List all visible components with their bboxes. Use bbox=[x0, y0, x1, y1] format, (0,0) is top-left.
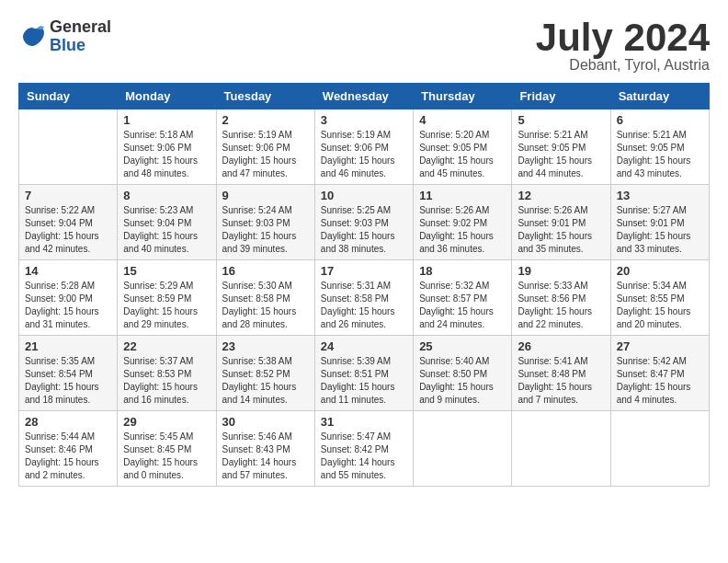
cell-info: Sunrise: 5:18 AMSunset: 9:06 PMDaylight:… bbox=[123, 129, 210, 180]
calendar-cell: 7Sunrise: 5:22 AMSunset: 9:04 PMDaylight… bbox=[19, 185, 118, 260]
cell-info: Sunrise: 5:34 AMSunset: 8:55 PMDaylight:… bbox=[617, 280, 703, 331]
calendar-cell: 25Sunrise: 5:40 AMSunset: 8:50 PMDayligh… bbox=[414, 336, 512, 411]
column-header-friday: Friday bbox=[512, 84, 610, 109]
cell-info: Sunrise: 5:45 AMSunset: 8:45 PMDaylight:… bbox=[123, 431, 210, 482]
cell-info: Sunrise: 5:35 AMSunset: 8:54 PMDaylight:… bbox=[25, 355, 111, 407]
calendar-cell: 4Sunrise: 5:20 AMSunset: 9:05 PMDaylight… bbox=[414, 109, 512, 185]
calendar-title: July 2024 bbox=[536, 18, 710, 57]
logo-text: General Blue bbox=[50, 18, 111, 55]
day-number: 8 bbox=[123, 189, 210, 202]
cell-info: Sunrise: 5:33 AMSunset: 8:56 PMDaylight:… bbox=[518, 280, 604, 331]
cell-info: Sunrise: 5:31 AMSunset: 8:58 PMDaylight:… bbox=[321, 280, 407, 331]
cell-info: Sunrise: 5:40 AMSunset: 8:50 PMDaylight:… bbox=[419, 355, 506, 407]
calendar-cell: 16Sunrise: 5:30 AMSunset: 8:58 PMDayligh… bbox=[216, 260, 314, 336]
calendar-week-row: 7Sunrise: 5:22 AMSunset: 9:04 PMDaylight… bbox=[19, 185, 710, 260]
calendar-cell: 24Sunrise: 5:39 AMSunset: 8:51 PMDayligh… bbox=[314, 336, 413, 411]
day-number: 2 bbox=[222, 113, 309, 127]
logo-blue: Blue bbox=[50, 37, 111, 55]
calendar-cell: 18Sunrise: 5:32 AMSunset: 8:57 PMDayligh… bbox=[414, 260, 512, 336]
cell-info: Sunrise: 5:29 AMSunset: 8:59 PMDaylight:… bbox=[123, 280, 210, 331]
calendar-cell: 21Sunrise: 5:35 AMSunset: 8:54 PMDayligh… bbox=[19, 336, 118, 411]
calendar-cell: 13Sunrise: 5:27 AMSunset: 9:01 PMDayligh… bbox=[610, 185, 709, 260]
cell-info: Sunrise: 5:20 AMSunset: 9:05 PMDaylight:… bbox=[419, 129, 506, 180]
calendar-cell: 27Sunrise: 5:42 AMSunset: 8:47 PMDayligh… bbox=[610, 336, 709, 411]
day-number: 21 bbox=[25, 339, 111, 353]
calendar-week-row: 21Sunrise: 5:35 AMSunset: 8:54 PMDayligh… bbox=[19, 336, 710, 411]
calendar-cell: 17Sunrise: 5:31 AMSunset: 8:58 PMDayligh… bbox=[314, 260, 413, 336]
calendar-cell bbox=[610, 411, 709, 487]
column-header-tuesday: Tuesday bbox=[216, 84, 314, 109]
day-number: 17 bbox=[321, 264, 407, 278]
title-block: July 2024 Debant, Tyrol, Austria bbox=[536, 18, 710, 74]
cell-info: Sunrise: 5:22 AMSunset: 9:04 PMDaylight:… bbox=[25, 204, 111, 256]
day-number: 9 bbox=[222, 189, 309, 202]
cell-info: Sunrise: 5:42 AMSunset: 8:47 PMDaylight:… bbox=[617, 355, 703, 407]
calendar-cell: 19Sunrise: 5:33 AMSunset: 8:56 PMDayligh… bbox=[512, 260, 610, 336]
cell-info: Sunrise: 5:27 AMSunset: 9:01 PMDaylight:… bbox=[617, 204, 703, 256]
calendar-cell bbox=[414, 411, 512, 487]
calendar-cell: 20Sunrise: 5:34 AMSunset: 8:55 PMDayligh… bbox=[610, 260, 709, 336]
calendar-cell: 22Sunrise: 5:37 AMSunset: 8:53 PMDayligh… bbox=[118, 336, 216, 411]
calendar-cell: 3Sunrise: 5:19 AMSunset: 9:06 PMDaylight… bbox=[314, 109, 413, 185]
cell-info: Sunrise: 5:41 AMSunset: 8:48 PMDaylight:… bbox=[518, 355, 604, 407]
day-number: 23 bbox=[222, 339, 309, 353]
cell-info: Sunrise: 5:19 AMSunset: 9:06 PMDaylight:… bbox=[321, 129, 407, 180]
day-number: 3 bbox=[321, 113, 407, 127]
calendar-cell: 1Sunrise: 5:18 AMSunset: 9:06 PMDaylight… bbox=[118, 109, 216, 185]
day-number: 20 bbox=[617, 264, 703, 278]
cell-info: Sunrise: 5:37 AMSunset: 8:53 PMDaylight:… bbox=[123, 355, 210, 407]
calendar-cell: 14Sunrise: 5:28 AMSunset: 9:00 PMDayligh… bbox=[19, 260, 118, 336]
day-number: 18 bbox=[419, 264, 506, 278]
page-header: General Blue July 2024 Debant, Tyrol, Au… bbox=[18, 18, 710, 74]
calendar-cell: 10Sunrise: 5:25 AMSunset: 9:03 PMDayligh… bbox=[314, 185, 413, 260]
cell-info: Sunrise: 5:26 AMSunset: 9:01 PMDaylight:… bbox=[518, 204, 604, 256]
cell-info: Sunrise: 5:21 AMSunset: 9:05 PMDaylight:… bbox=[518, 129, 604, 180]
day-number: 28 bbox=[25, 415, 111, 429]
column-header-monday: Monday bbox=[118, 84, 216, 109]
calendar-cell: 8Sunrise: 5:23 AMSunset: 9:04 PMDaylight… bbox=[118, 185, 216, 260]
day-number: 29 bbox=[123, 415, 210, 429]
day-number: 11 bbox=[419, 189, 506, 202]
calendar-week-row: 1Sunrise: 5:18 AMSunset: 9:06 PMDaylight… bbox=[19, 109, 710, 185]
logo: General Blue bbox=[18, 18, 111, 55]
day-number: 26 bbox=[518, 339, 604, 353]
day-number: 25 bbox=[419, 339, 506, 353]
column-header-saturday: Saturday bbox=[610, 84, 709, 109]
calendar-cell: 5Sunrise: 5:21 AMSunset: 9:05 PMDaylight… bbox=[512, 109, 610, 185]
calendar-cell: 30Sunrise: 5:46 AMSunset: 8:43 PMDayligh… bbox=[216, 411, 314, 487]
cell-info: Sunrise: 5:46 AMSunset: 8:43 PMDaylight:… bbox=[222, 431, 309, 482]
calendar-cell bbox=[19, 109, 118, 185]
cell-info: Sunrise: 5:44 AMSunset: 8:46 PMDaylight:… bbox=[25, 431, 111, 482]
day-number: 12 bbox=[518, 189, 604, 202]
cell-info: Sunrise: 5:26 AMSunset: 9:02 PMDaylight:… bbox=[419, 204, 506, 256]
calendar-cell bbox=[512, 411, 610, 487]
cell-info: Sunrise: 5:47 AMSunset: 8:42 PMDaylight:… bbox=[321, 431, 407, 482]
calendar-cell: 29Sunrise: 5:45 AMSunset: 8:45 PMDayligh… bbox=[118, 411, 216, 487]
cell-info: Sunrise: 5:30 AMSunset: 8:58 PMDaylight:… bbox=[222, 280, 309, 331]
day-number: 27 bbox=[617, 339, 703, 353]
calendar-cell: 23Sunrise: 5:38 AMSunset: 8:52 PMDayligh… bbox=[216, 336, 314, 411]
day-number: 30 bbox=[222, 415, 309, 429]
calendar-cell: 2Sunrise: 5:19 AMSunset: 9:06 PMDaylight… bbox=[216, 109, 314, 185]
day-number: 14 bbox=[25, 264, 111, 278]
day-number: 4 bbox=[419, 113, 506, 127]
day-number: 1 bbox=[123, 113, 210, 127]
day-number: 22 bbox=[123, 339, 210, 353]
calendar-cell: 6Sunrise: 5:21 AMSunset: 9:05 PMDaylight… bbox=[610, 109, 709, 185]
day-number: 15 bbox=[123, 264, 210, 278]
day-number: 10 bbox=[321, 189, 407, 202]
calendar-week-row: 28Sunrise: 5:44 AMSunset: 8:46 PMDayligh… bbox=[19, 411, 710, 487]
calendar-cell: 12Sunrise: 5:26 AMSunset: 9:01 PMDayligh… bbox=[512, 185, 610, 260]
day-number: 7 bbox=[25, 189, 111, 202]
cell-info: Sunrise: 5:19 AMSunset: 9:06 PMDaylight:… bbox=[222, 129, 309, 180]
calendar-cell: 26Sunrise: 5:41 AMSunset: 8:48 PMDayligh… bbox=[512, 336, 610, 411]
column-header-sunday: Sunday bbox=[19, 84, 118, 109]
calendar-cell: 11Sunrise: 5:26 AMSunset: 9:02 PMDayligh… bbox=[414, 185, 512, 260]
calendar-week-row: 14Sunrise: 5:28 AMSunset: 9:00 PMDayligh… bbox=[19, 260, 710, 336]
cell-info: Sunrise: 5:21 AMSunset: 9:05 PMDaylight:… bbox=[617, 129, 703, 180]
cell-info: Sunrise: 5:24 AMSunset: 9:03 PMDaylight:… bbox=[222, 204, 309, 256]
day-number: 5 bbox=[518, 113, 604, 127]
cell-info: Sunrise: 5:23 AMSunset: 9:04 PMDaylight:… bbox=[123, 204, 210, 256]
day-number: 6 bbox=[617, 113, 703, 127]
day-number: 19 bbox=[518, 264, 604, 278]
